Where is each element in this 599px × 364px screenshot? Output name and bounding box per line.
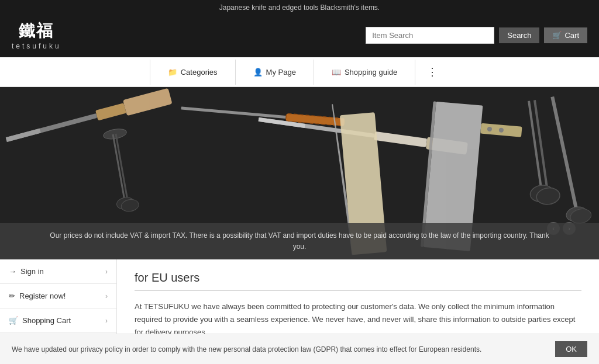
sidebar-shopping-cart[interactable]: 🛒 Shopping Cart ›	[0, 308, 116, 333]
top-bar: Japanese knife and edged tools Blacksmit…	[0, 0, 599, 15]
logo-kanji: 鐵福	[19, 20, 54, 42]
person-icon: 👤	[253, 68, 263, 77]
cart-chevron: ›	[105, 317, 108, 325]
book-icon: 📖	[332, 68, 341, 77]
gdpr-banner: We have updated our privacy policy in or…	[0, 334, 599, 364]
hero-notice: Our prices do not include VAT & import T…	[0, 223, 599, 259]
folder-icon: 📁	[168, 68, 177, 77]
cart-button[interactable]: 🛒 Cart	[544, 27, 587, 43]
cart-icon: 🛒	[552, 31, 562, 40]
nav-shopping-guide-label: Shopping guide	[345, 68, 397, 77]
signin-icon: →	[9, 267, 16, 276]
cart-sidebar-icon: 🛒	[9, 316, 18, 325]
nav-shopping-guide[interactable]: 📖 Shopping guide	[314, 60, 415, 85]
search-button[interactable]: Search	[499, 27, 539, 43]
nav-bar: 📁 Categories 👤 My Page 📖 Shopping guide …	[0, 57, 599, 87]
header-search: Search 🛒 Cart	[366, 27, 587, 44]
register-chevron: ›	[105, 292, 108, 300]
cart-label: Cart	[564, 31, 579, 40]
sidebar-signin[interactable]: → Sign in ›	[0, 259, 116, 284]
header: 鐵福 tetsufuku Search 🛒 Cart	[0, 15, 599, 57]
signin-chevron: ›	[105, 268, 108, 276]
logo-romaji: tetsufuku	[12, 42, 61, 50]
register-icon: ✏	[9, 292, 15, 300]
signin-label: Sign in	[20, 267, 44, 276]
hero-banner: ‹ › Our prices do not include VAT & impo…	[0, 87, 599, 259]
more-icon: ⋮	[427, 66, 438, 78]
shopping-cart-label: Shopping Cart	[22, 316, 71, 325]
topbar-message: Japanese knife and edged tools Blacksmit…	[219, 4, 380, 12]
hero-notice-text: Our prices do not include VAT & import T…	[50, 231, 549, 251]
search-input[interactable]	[366, 27, 494, 44]
register-label: Register now!	[19, 292, 66, 300]
logo[interactable]: 鐵福 tetsufuku	[12, 20, 61, 50]
gdpr-message: We have updated our privacy policy in or…	[12, 345, 481, 353]
nav-more-button[interactable]: ⋮	[415, 57, 449, 86]
nav-categories[interactable]: 📁 Categories	[150, 60, 236, 85]
sidebar-register[interactable]: ✏ Register now! ›	[0, 284, 116, 308]
nav-categories-label: Categories	[181, 68, 218, 77]
gdpr-ok-button[interactable]: OK	[555, 341, 587, 357]
nav-mypage[interactable]: 👤 My Page	[236, 60, 314, 85]
content-title: for EU users	[135, 271, 581, 291]
nav-mypage-label: My Page	[266, 68, 296, 77]
